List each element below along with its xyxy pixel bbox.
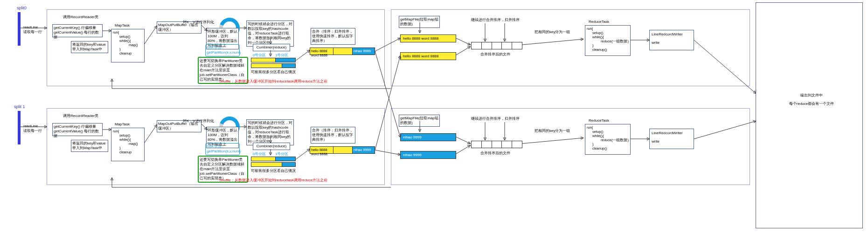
pl0-b: 1号分区 — [275, 53, 288, 58]
output-box — [756, 2, 863, 228]
part0-title: 分区方法 — [207, 46, 238, 50]
gf1-b1: nihao 9999 — [400, 133, 456, 141]
lw0-title: LineRedcordWriter — [652, 32, 692, 37]
wp0-box: 写的时候就会进行分区，对数以按取key的hashcode值，对reduceTas… — [246, 21, 294, 47]
mt0-cleanup: cleanup — [113, 51, 138, 55]
rr0-val: getCurrentValue() 每行的数据 — [54, 30, 101, 40]
gf0-y1: hello 8888 word 8888 — [400, 34, 456, 42]
gf1-seg — [471, 141, 522, 148]
split0-readline: readLine 读取每一行 — [23, 25, 42, 34]
mf0: 可能有很多分区看自己情况 — [251, 70, 296, 75]
strip1-a — [251, 157, 296, 161]
mt0-code: run{ setup() while(){ map() } cleanup — [113, 30, 138, 55]
rr1-key: getCurrentKey() 行偏移量 — [54, 124, 101, 129]
ms0-r2: nihao 9999 — [353, 48, 375, 55]
gf0-segnote: 合并排序后的文件 — [480, 52, 510, 57]
rr0-title: 调用RecordReader类 — [63, 15, 98, 20]
gf1-b2: nihao 9999 — [400, 151, 456, 159]
mt0-run: run{ — [113, 30, 138, 34]
strip1-b — [251, 162, 296, 167]
buf1-ser: 对K，V进行序列化 — [183, 119, 214, 123]
split1-readline-1: readLine — [23, 124, 42, 129]
ms0-rowA: hello 8888 word 8888 nihao 9999 — [310, 48, 375, 55]
part0-box: 分区方法 getPartition(k,v,num) — [205, 44, 240, 56]
mt0-title: MapTask — [115, 23, 130, 28]
rt0-cleanup: cleanup() — [587, 48, 629, 52]
ms1-rowA: hello 8888 word 8888 nihao 9999 — [310, 146, 375, 154]
split0-label: split0 — [17, 6, 27, 10]
rt1-code: run{ setup() while(){ reduce(一组数据) } cle… — [587, 125, 629, 151]
rr0-key: getCurrentKey() 行偏移量 — [54, 26, 101, 30]
gf0-group: 把相同的key分为一组 — [535, 30, 570, 34]
split0-bar — [18, 12, 21, 46]
mt0-while: while(){ — [113, 39, 138, 43]
cb0-box: Combiner(reduce) — [253, 44, 290, 51]
part0-get: getPartition(k,v,num) — [207, 50, 238, 55]
pl0-a: 0号分区 — [253, 53, 266, 58]
output-line1: 输出到文件中 — [784, 93, 840, 98]
strip0-b — [251, 63, 296, 68]
row1r-box — [391, 108, 750, 185]
rt0-setup: setup() — [587, 31, 629, 35]
rr1-box: getCurrentKey() 行偏移量 getCurrentValue() 每… — [52, 123, 103, 136]
rt0-run: run{ — [587, 27, 629, 31]
split1-readline-2: 读取每一行 — [23, 129, 42, 133]
mt0-close: } — [113, 47, 138, 51]
output-text: 输出到文件中 每个reduce都会有一个文件 — [784, 93, 840, 106]
rt1-title: ReduceTask — [589, 118, 609, 123]
lw0-box: LineRedcordWriter write — [649, 30, 694, 50]
rt0-title: ReduceTask — [589, 20, 609, 24]
rt0-close: } — [587, 43, 629, 48]
rr0-pass: 将返回的key和value带入到MapTask中 — [71, 41, 108, 53]
split0-readline-1: readLine — [23, 25, 42, 30]
gf0-seg — [471, 42, 522, 49]
split0-readline-2: 读取每一行 — [23, 30, 42, 34]
ms0-box: 合并（排序：归并排序，使用快速排序，默认按字典排序） — [311, 28, 355, 45]
rt0-reduce: reduce(一组数据) — [587, 39, 629, 43]
split1-label: split 1 — [14, 104, 25, 109]
lw1-box: LineRedcordWriter write — [649, 129, 694, 149]
gf0-merge: 继续进行合并排序，归并排序 — [471, 18, 520, 22]
buf0-ser: 对K，V进行序列化 — [183, 20, 214, 25]
output-line2: 每个reduce都会有一个文件 — [784, 102, 840, 106]
row0r-box — [391, 9, 750, 86]
strip0-a — [251, 58, 296, 62]
sh1: Shuffle：从数据进入缓冲区开始到reducetask调用reduce方法之… — [219, 178, 327, 183]
rr1-val: getCurrentValue() 每行的数据 — [54, 129, 101, 138]
mt1-code: run{ setup() while(){ map() } cleanup — [113, 129, 138, 154]
rt0-code: run{ setup() while(){ reduce(一组数据) } cle… — [587, 27, 629, 52]
mt0-setup: setup() — [113, 34, 138, 39]
rr0-box: getCurrentKey() 行偏移量 getCurrentValue() 每… — [52, 24, 103, 37]
rr1-pass: 将返回的key和value带入到MapTask中 — [71, 140, 108, 152]
ms1-box: 合并（排序：归并排序，使用快速排序，默认按字典排序） — [311, 127, 355, 144]
ms0-r1: hello 8888 word 8888 — [310, 48, 333, 55]
part1-box: 分区方法 getPartition(k,v,num) — [205, 143, 240, 155]
sh0: Shuffle：从数据进入缓冲区开始到reducetask调用reduce方法之… — [219, 79, 327, 84]
mt0-map: map() — [113, 43, 138, 47]
lw0-write: write — [652, 41, 692, 45]
split1-readline: readLine 读取每一行 — [23, 124, 42, 133]
gf0-box: getMapFile(拉取map端的数据) — [399, 16, 440, 28]
cb1-box: Combiner(reduce) — [253, 143, 290, 150]
mt1-title: MapTask — [115, 122, 130, 127]
gf0-y2: hello 8888 word 8888 — [400, 52, 456, 60]
gf1-box: getMapFile(拉取map端的数据) — [399, 115, 440, 127]
wp1-box: 写的时候就会进行分区，对数以按取key的hashcode值，对reduceTas… — [246, 119, 294, 145]
rt0-while: while(){ — [587, 35, 629, 39]
rr1-title: 调用RecordReader类 — [63, 114, 98, 118]
split1-bar — [18, 111, 21, 144]
